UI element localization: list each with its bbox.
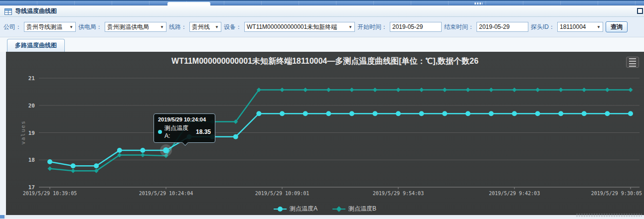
svg-text:21: 21 [28, 75, 35, 82]
bureau-select[interactable]: 贵州测温供电局 ▼ [105, 22, 166, 32]
menu-separators [0, 1, 644, 5]
svg-text:2019/5/29 10:39:05: 2019/5/29 10:39:05 [23, 191, 77, 196]
watermark [576, 214, 642, 217]
start-date-input[interactable] [392, 23, 439, 30]
tooltip-series-label: 测点温度A: [164, 124, 194, 139]
legend-label: 测点温度A [290, 205, 318, 213]
bureau-label: 供电局： [78, 23, 102, 31]
svg-text:19: 19 [28, 130, 35, 136]
start-date-label: 开始时间： [357, 23, 387, 31]
company-select[interactable]: 贵州导线测温 ▼ [24, 22, 76, 32]
device-select[interactable]: WT11M000000000001未知新终端 ▼ [244, 22, 355, 32]
page-title: 导线温度曲线图 [15, 7, 57, 15]
line-plot-area[interactable]: 1718192021values2019/5/29 10:39:052019/5… [6, 52, 644, 215]
end-date-label: 结束时间： [444, 23, 474, 31]
svg-text:2019/5/29 9:30:05: 2019/5/29 9:30:05 [591, 191, 642, 196]
series-a-dot-icon [158, 130, 162, 134]
panel-title-bar: 导线温度曲线图 [0, 5, 644, 17]
svg-text:values: values [20, 120, 26, 145]
company-label: 公司： [3, 23, 21, 31]
end-date-input[interactable] [479, 23, 526, 30]
svg-text:17: 17 [28, 184, 35, 191]
svg-text:20: 20 [28, 103, 35, 109]
chart-legend: 测点温度A 测点温度B [6, 205, 644, 213]
line-select[interactable]: 贵州线 ▼ [189, 22, 221, 32]
tab-multi-temp-curve[interactable]: 多路温度曲线图 [7, 39, 65, 52]
grid-table-icon [4, 8, 12, 14]
legend-label: 测点温度B [348, 205, 376, 213]
probe-id-label: 探头ID： [531, 23, 555, 31]
chevron-down-icon: ▼ [348, 25, 352, 29]
svg-text:2019/5/29 9:42:03: 2019/5/29 9:42:03 [489, 191, 540, 196]
bottom-strip [0, 215, 644, 219]
probe-id-select[interactable]: 18110004 ▼ [557, 22, 603, 32]
top-menu-bar [0, 0, 644, 5]
device-label: 设备： [224, 23, 242, 31]
svg-text:2019/5/29 10:09:01: 2019/5/29 10:09:01 [255, 191, 309, 196]
svg-text:18: 18 [28, 157, 35, 163]
legend-item-series-a[interactable]: 测点温度A [274, 205, 318, 213]
circle-marker-icon [274, 206, 287, 212]
tab-row: 多路温度曲线图 [0, 37, 644, 52]
legend-item-series-b[interactable]: 测点温度B [332, 205, 376, 213]
query-button[interactable]: 查询 [606, 21, 628, 32]
tooltip-value: 18.35 [196, 128, 211, 135]
end-date-field [477, 22, 528, 32]
chart-tooltip: 2019/5/29 10:24:04 测点温度A: 18.35 [154, 113, 215, 143]
temperature-chart: WT11M000000000001未知新终端18110004—多测点温度曲线图[… [6, 52, 644, 215]
diamond-marker-icon [332, 206, 345, 212]
chevron-down-icon: ▼ [597, 25, 601, 29]
bottom-blue-chip [0, 215, 4, 219]
chevron-down-icon: ▼ [215, 25, 219, 29]
collapse-icon[interactable] [637, 8, 643, 14]
top-bar-glyph [475, 2, 483, 4]
start-date-field [390, 22, 442, 32]
svg-text:2019/5/29 9:54:03: 2019/5/29 9:54:03 [373, 191, 424, 196]
query-toolbar: 公司： 贵州导线测温 ▼ 供电局： 贵州测温供电局 ▼ 线路： 贵州线 ▼ 设备… [0, 17, 644, 37]
chevron-down-icon: ▼ [69, 25, 73, 29]
svg-text:2019/5/29 10:24:04: 2019/5/29 10:24:04 [139, 191, 193, 196]
chevron-down-icon: ▼ [160, 25, 164, 29]
tooltip-timestamp: 2019/5/29 10:24:04 [158, 116, 211, 122]
line-label: 线路： [169, 23, 187, 31]
